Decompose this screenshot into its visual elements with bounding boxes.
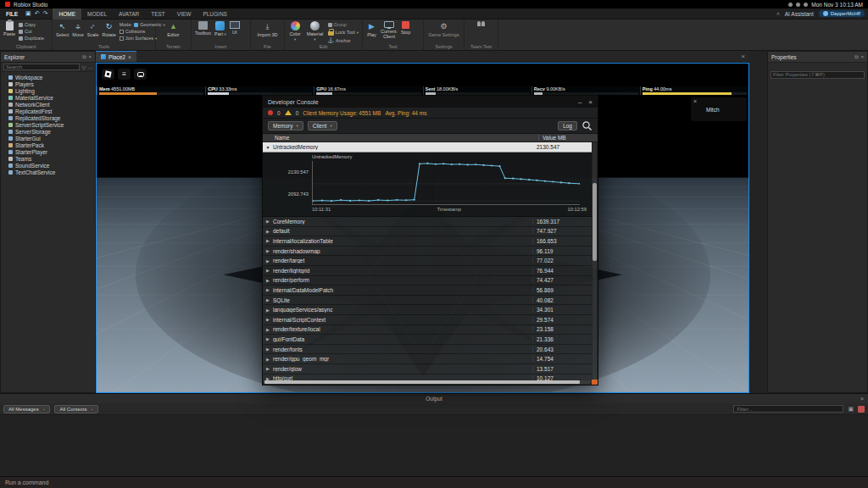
expand-icon[interactable]: ▶ — [263, 308, 273, 313]
console-close-icon[interactable]: × — [588, 98, 593, 106]
table-row[interactable]: ▶ render/shadowmap 96.119 — [263, 247, 592, 257]
perf-segment[interactable]: Mem 4551.00MB — [97, 86, 205, 95]
explorer-tree-item[interactable]: StarterPack — [1, 141, 95, 148]
table-row[interactable]: ▶ internal/ScriptContext 29.574 — [263, 315, 592, 325]
clear-output-button[interactable] — [858, 406, 865, 413]
expand-icon[interactable]: ▶ — [263, 336, 273, 341]
value-column-header[interactable]: Value MB — [538, 135, 598, 141]
explorer-tree-item[interactable]: ReplicatedStorage — [1, 114, 95, 121]
table-row[interactable]: ▶ render/fonts 20.643 — [263, 345, 592, 355]
player-popup[interactable]: × Mitch — [691, 97, 747, 121]
game-settings-button[interactable]: ⚙ Game Settings — [428, 21, 459, 37]
table-row[interactable]: ▶ languageServices/async 34.301 — [263, 305, 592, 315]
explorer-tree-item[interactable]: SoundService — [1, 162, 95, 169]
material-button[interactable]: Material ▾ — [305, 21, 324, 42]
table-row[interactable]: ▶ render/glow 13.517 — [263, 364, 592, 374]
import-3d-button[interactable]: ⤓ Import 3D — [257, 21, 277, 37]
table-row[interactable]: ▶ CoreMemory 1639.317 — [263, 217, 592, 227]
filter-funnel-icon[interactable]: ▽ — [81, 64, 86, 70]
explorer-tree-item[interactable]: NetworkClient — [1, 101, 95, 108]
table-row[interactable]: ▶ render/perform 74.427 — [263, 276, 592, 286]
ribbon-tab[interactable]: VIEW — [171, 8, 198, 19]
name-column-header[interactable]: Name — [263, 135, 538, 141]
search-icon[interactable] — [581, 120, 593, 131]
console-context-dropdown[interactable]: Client▾ — [308, 121, 337, 130]
table-row[interactable]: ▶ render/gpu_geom_mgr 14.754 — [263, 354, 592, 364]
messages-filter-dropdown[interactable]: All Messages⌄ — [3, 405, 50, 413]
paste-button[interactable]: Paste — [3, 21, 15, 36]
ribbon-tab[interactable]: AVATAR — [113, 8, 145, 19]
output-close-icon[interactable]: × — [860, 396, 864, 402]
table-row[interactable]: ▶ internal/localizationTable 166.653 — [263, 236, 592, 247]
tab-close-icon[interactable]: × — [128, 54, 131, 60]
copy-button[interactable]: Copy — [19, 22, 44, 27]
lock-tool-dropdown[interactable]: Lock Tool▾ — [328, 29, 359, 36]
explorer-tree-item[interactable]: Teams — [1, 155, 95, 162]
expand-icon[interactable]: ▶ — [263, 238, 273, 243]
collapse-ribbon-icon[interactable]: ˄ — [776, 11, 780, 17]
expand-icon[interactable]: ▶ — [263, 219, 273, 224]
perf-segment[interactable]: Ping 44.00ms — [640, 86, 748, 95]
tray-status-icon[interactable] — [788, 3, 793, 7]
select-tool-button[interactable]: ↖ Select — [56, 21, 69, 37]
cut-button[interactable]: Cut — [19, 29, 44, 34]
ui-button[interactable]: UI — [230, 21, 240, 35]
perf-segment[interactable]: Recv 9.00KB/s — [531, 86, 640, 95]
command-bar[interactable]: Run a command — [0, 476, 868, 488]
explorer-tree-item[interactable]: Lighting — [1, 87, 95, 94]
tray-volume-icon[interactable] — [804, 3, 808, 7]
perf-segment[interactable]: Sent 18.00KB/s — [423, 86, 531, 95]
log-button[interactable]: Log — [558, 121, 577, 130]
expand-icon[interactable]: ▼ — [263, 145, 273, 150]
expand-icon[interactable]: ▶ — [263, 357, 273, 362]
group-button[interactable]: Group — [328, 22, 359, 27]
color-button[interactable]: Color ▾ — [288, 21, 302, 42]
redo-icon[interactable]: ↷ — [43, 10, 48, 17]
save-icon[interactable]: ▣ — [25, 10, 31, 17]
chat-button[interactable] — [134, 69, 147, 80]
duplicate-button[interactable]: Duplicate — [19, 36, 44, 41]
perf-segment[interactable]: CPU 33.33ms — [205, 86, 314, 95]
copy-output-icon[interactable]: ▣ — [848, 406, 854, 413]
table-row[interactable]: ▶ render/lightgrid 76.944 — [263, 266, 592, 276]
console-minimize-icon[interactable]: – — [578, 98, 581, 106]
console-vertical-scrollbar[interactable] — [593, 142, 597, 380]
expand-icon[interactable]: ▶ — [263, 366, 273, 371]
table-row[interactable]: ▶ render/texture/local 23.158 — [263, 325, 592, 336]
team-test-button[interactable] — [477, 21, 485, 26]
file-menu-button[interactable]: FILE — [0, 11, 24, 17]
expand-icon[interactable]: ▶ — [263, 347, 273, 352]
ribbon-tab[interactable]: MODEL — [81, 8, 113, 19]
popup-close-icon[interactable]: × — [693, 98, 697, 104]
explorer-more-icon[interactable]: ⋯ — [87, 64, 92, 70]
properties-filter-input[interactable] — [771, 71, 865, 79]
explorer-search-input[interactable] — [3, 64, 80, 70]
console-table-header[interactable]: Name Value MB — [263, 134, 598, 142]
developer-console-window[interactable]: Developer Console – × 0 0 Client Memory … — [262, 95, 598, 385]
roblox-menu-button[interactable] — [102, 69, 114, 80]
explorer-tree-item[interactable]: StarterPlayer — [1, 148, 95, 155]
expand-icon[interactable]: ▶ — [263, 317, 273, 322]
perf-segment[interactable]: GPU 16.67ms — [314, 86, 422, 95]
move-tool-button[interactable]: ↔↕ Move — [72, 21, 83, 37]
table-row[interactable]: ▶ SQLite 40.082 — [263, 296, 592, 306]
scrollbar-thumb[interactable] — [593, 183, 597, 261]
current-client-dropdown[interactable]: Current:Client — [381, 21, 398, 39]
explorer-tree-item[interactable]: StarterGui — [1, 135, 95, 141]
ribbon-tab[interactable]: PLUGINS — [197, 8, 233, 19]
explorer-tree-item[interactable]: MaterialService — [1, 94, 95, 101]
table-row[interactable]: ▶ default 747.927 — [263, 227, 592, 237]
expand-icon[interactable]: ▶ — [263, 287, 273, 292]
ribbon-tab[interactable]: HOME — [53, 8, 81, 19]
explorer-tree-item[interactable]: ReplicatedFirst — [1, 108, 95, 114]
ribbon-tab[interactable]: TEST — [145, 8, 171, 19]
expand-icon[interactable]: ▶ — [263, 268, 273, 273]
table-row-selected[interactable]: ▼ UntrackedMemory 2130.547 — [263, 142, 592, 152]
scrollbar-thumb[interactable] — [264, 380, 580, 384]
undo-icon[interactable]: ↶ — [35, 10, 40, 17]
explorer-tree-item[interactable]: ServerScriptService — [1, 121, 95, 128]
explorer-tree-item[interactable]: ServerStorage — [1, 128, 95, 135]
explorer-tree-item[interactable]: Workspace — [1, 74, 95, 80]
close-panel-icon[interactable]: × — [860, 54, 864, 60]
expand-icon[interactable]: ▶ — [263, 327, 273, 332]
